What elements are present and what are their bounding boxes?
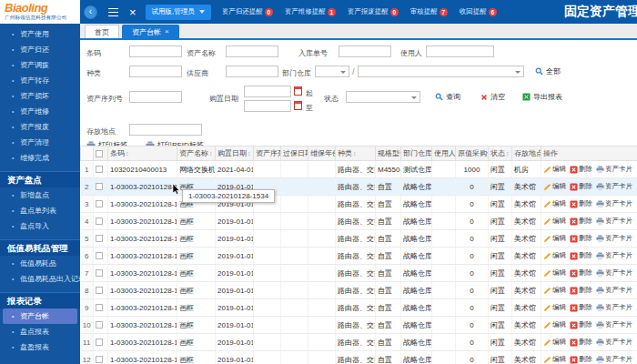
edit-button[interactable]: 编辑 — [543, 286, 566, 295]
column-header[interactable]: 部门仓库↕ — [401, 147, 432, 161]
row-checkbox[interactable] — [96, 252, 103, 259]
sidebar-item[interactable]: •资产台帐 — [3, 308, 77, 324]
date-to-input[interactable] — [244, 100, 291, 112]
delete-button[interactable]: 删除 — [570, 182, 592, 191]
sidebar-item[interactable]: •盘点导入 — [0, 218, 80, 234]
inbound-no-input[interactable] — [339, 46, 391, 57]
asset-name-input[interactable] — [226, 46, 278, 57]
sidebar-item[interactable]: •资产报废 — [0, 119, 80, 135]
edit-button[interactable]: 编辑 — [543, 199, 566, 208]
delete-button[interactable]: 删除 — [570, 251, 592, 260]
reminder-tab[interactable]: 资产归还提醒0 — [222, 7, 273, 16]
row-checkbox[interactable] — [96, 235, 103, 242]
column-header[interactable]: 条码↕ — [108, 147, 177, 161]
row-checkbox[interactable] — [96, 321, 103, 329]
delete-button[interactable]: 删除 — [570, 338, 592, 347]
row-checkbox[interactable] — [96, 304, 103, 311]
query-button[interactable]: 查询 — [435, 92, 460, 102]
sidebar-collapse-button[interactable]: ‹ — [84, 5, 97, 19]
delete-button[interactable]: 删除 — [570, 286, 592, 295]
column-header[interactable]: 操作 — [541, 147, 637, 161]
search-all-button[interactable]: 全部 — [535, 66, 561, 76]
sidebar-item[interactable]: •维修完成 — [0, 150, 80, 166]
sidebar-item[interactable]: •资产归还 — [0, 42, 80, 57]
asset-card-button[interactable]: 资产卡片 — [596, 182, 632, 191]
sidebar-item[interactable]: •资产转存 — [0, 73, 80, 88]
user-menu-button[interactable]: 试用版,管理员 — [146, 5, 211, 20]
column-header[interactable]: 种类↕ — [336, 147, 376, 161]
supplier-input[interactable] — [226, 66, 278, 77]
column-header[interactable]: 购置日期↕ — [216, 147, 254, 161]
tab-close-icon[interactable]: × — [165, 28, 169, 35]
edit-button[interactable]: 编辑 — [543, 217, 566, 226]
tab-asset-ledger[interactable]: 资产台帐 × — [122, 25, 179, 38]
delete-button[interactable]: 删除 — [570, 199, 592, 208]
edit-button[interactable]: 编辑 — [543, 251, 566, 260]
row-checkbox[interactable] — [96, 269, 103, 277]
close-icon[interactable]: × — [129, 6, 136, 18]
barcode-input[interactable] — [129, 46, 182, 57]
tab-home[interactable]: 首页 — [85, 25, 119, 38]
row-checkbox[interactable] — [96, 356, 103, 363]
column-header[interactable]: 原值采购金额↕ — [456, 147, 489, 161]
sidebar-item[interactable]: •资产维修 — [0, 104, 80, 119]
asset-card-button[interactable]: 资产卡片 — [596, 338, 632, 347]
asset-card-button[interactable]: 资产卡片 — [596, 234, 632, 243]
asset-card-button[interactable]: 资产卡片 — [596, 251, 632, 260]
sidebar-item[interactable]: •盘点报表 — [0, 324, 80, 339]
column-header[interactable]: 使用人↕ — [432, 147, 456, 161]
column-header[interactable]: 维保年份↕ — [308, 147, 336, 161]
reminder-tab[interactable]: 收回提醒6 — [460, 7, 497, 16]
asset-card-button[interactable]: 资产卡片 — [596, 165, 632, 174]
column-header[interactable]: 规格型号↕ — [376, 147, 401, 161]
sidebar-item[interactable]: •新增盘点 — [0, 187, 80, 203]
delete-button[interactable]: 删除 — [570, 217, 592, 226]
delete-button[interactable]: 删除 — [570, 234, 592, 243]
dept-select[interactable] — [315, 66, 349, 77]
sidebar-item[interactable]: •资产清理 — [0, 135, 80, 150]
asset-card-button[interactable]: 资产卡片 — [596, 217, 632, 226]
delete-button[interactable]: 删除 — [570, 268, 592, 278]
serial-input[interactable] — [129, 91, 182, 103]
sidebar-item[interactable]: •低值易耗品出入记录 — [0, 271, 80, 287]
edit-button[interactable]: 编辑 — [543, 182, 566, 191]
select-all-header[interactable] — [94, 147, 108, 161]
column-header[interactable]: 资产序列号 — [254, 147, 281, 161]
asset-card-button[interactable]: 资产卡片 — [596, 286, 632, 295]
row-checkbox[interactable] — [96, 183, 103, 190]
edit-button[interactable]: 编辑 — [543, 355, 566, 364]
sidebar-item[interactable]: •资产使用 — [0, 26, 80, 42]
edit-button[interactable]: 编辑 — [543, 320, 566, 329]
row-checkbox[interactable] — [96, 166, 103, 173]
edit-button[interactable]: 编辑 — [543, 165, 566, 174]
category-input[interactable] — [129, 66, 182, 77]
column-header[interactable]: 资产名称↕ — [177, 147, 216, 161]
clear-button[interactable]: 清空 — [480, 92, 505, 102]
row-checkbox[interactable] — [96, 287, 103, 294]
delete-button[interactable]: 删除 — [570, 165, 592, 174]
menu-icon[interactable] — [108, 8, 118, 16]
sidebar-item[interactable]: •资产调拨 — [0, 57, 80, 73]
column-header[interactable]: 过保日期↕ — [281, 147, 308, 161]
export-report-button[interactable]: 导出报表 — [522, 92, 562, 102]
delete-button[interactable]: 删除 — [570, 320, 592, 329]
warehouse-select[interactable] — [358, 66, 524, 77]
sidebar-item[interactable]: •资产损坏 — [0, 88, 80, 104]
edit-button[interactable]: 编辑 — [543, 234, 566, 243]
delete-button[interactable]: 删除 — [570, 355, 592, 364]
asset-card-button[interactable]: 资产卡片 — [596, 199, 632, 208]
row-checkbox[interactable] — [96, 200, 103, 207]
sidebar-item[interactable]: •盘点单列表 — [0, 203, 80, 218]
edit-button[interactable]: 编辑 — [543, 303, 566, 312]
calendar-icon[interactable] — [294, 86, 302, 96]
column-header[interactable]: 存放地点↕ — [512, 147, 541, 161]
asset-card-button[interactable]: 资产卡片 — [596, 303, 632, 312]
reminder-tab[interactable]: 资产维修提醒1 — [285, 7, 336, 16]
calendar-icon[interactable] — [294, 101, 302, 110]
location-input[interactable] — [129, 124, 202, 136]
edit-button[interactable]: 编辑 — [543, 338, 566, 347]
column-header[interactable]: 状态↕ — [489, 147, 512, 161]
sidebar-item[interactable]: •盘盈报表 — [0, 339, 80, 355]
select-all-checkbox[interactable] — [96, 150, 103, 157]
user-input[interactable] — [426, 46, 494, 57]
